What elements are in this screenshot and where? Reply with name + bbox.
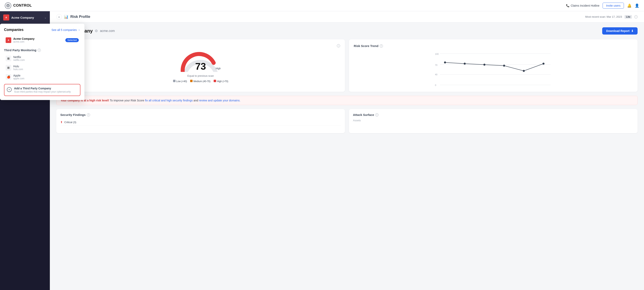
legend-low: Low (<40) <box>173 80 187 83</box>
lite-badge: Lite <box>624 15 632 19</box>
legend-medium: Medium (40-70) <box>190 80 210 83</box>
scan-date: Most recent scan: Mar 17, 2023 <box>585 15 622 18</box>
third-party-item-hulu[interactable]: ⊞ Hulu hulu.com <box>4 63 80 72</box>
company-logo: A <box>3 14 9 20</box>
alert-text: To improve your Risk Score <box>110 99 145 102</box>
svg-text:40: 40 <box>435 73 437 76</box>
third-party-item-netflix[interactable]: ⊞ Netflix netflix.com <box>4 54 80 63</box>
bell-icon: 🔔 <box>627 3 632 8</box>
app-logo <box>5 2 11 9</box>
critical-icon: ⬆ <box>60 120 63 124</box>
security-findings-title: Security Findings i <box>60 113 341 116</box>
company-selector[interactable]: A Acme Company ⌄ <box>0 11 50 24</box>
alert-between: and <box>194 99 199 102</box>
user-menu-button[interactable]: 👤 <box>635 3 639 8</box>
svg-text:0: 0 <box>435 84 436 86</box>
arrow-icon: → <box>78 28 80 31</box>
review-domains-link[interactable]: review and update your domains. <box>199 99 240 102</box>
sidebar: A Acme Company ⌄ Companies See all 5 com… <box>0 11 50 290</box>
gauge-container: 73 High Equal to previous scan Low (<40)… <box>61 50 340 83</box>
third-party-section-title: Third Party Monitoring i <box>4 48 80 52</box>
company-dropdown: Companies See all 5 companies → A Acme C… <box>0 24 84 100</box>
apple-icon: 🍎 <box>6 74 11 80</box>
company-item-domain: acme.com <box>13 40 34 43</box>
page-domain: acme.com <box>100 29 115 33</box>
attack-surface-content: Assets <box>353 119 634 122</box>
user-icon: 👤 <box>635 3 639 8</box>
hulu-name: Hulu <box>13 65 23 68</box>
brand-name: CONTROL <box>13 3 32 8</box>
bottom-cards-row: Security Findings i ⬆ Critical (3) Attac… <box>56 109 638 133</box>
claims-hotline: 📞 Claims Incident Hotline <box>566 4 600 7</box>
page-title-row: Acme Company ⚙ acme.com Download Report … <box>56 27 638 34</box>
chart-container: 0 40 70 100 <box>354 51 633 87</box>
apple-name: Apple <box>13 74 24 77</box>
apple-domain: apple.com <box>13 77 24 80</box>
attack-surface-info-icon[interactable]: i <box>375 113 378 116</box>
chevron-down-icon: ⌄ <box>44 16 47 19</box>
risk-score-card: Risk Score i 73 High <box>56 39 345 92</box>
fix-findings-link[interactable]: fix all critical and high security findi… <box>145 99 192 102</box>
hulu-details: Hulu hulu.com <box>13 65 23 71</box>
add-third-party-desc: Scan third parties that may impact your … <box>14 90 71 93</box>
selected-badge: Selected <box>65 38 79 42</box>
top-nav: CONTROL 📞 Claims Incident Hotline Invite… <box>0 0 644 11</box>
hulu-domain: hulu.com <box>13 68 23 71</box>
cards-row: Risk Score i 73 High <box>56 39 638 92</box>
nav-left: CONTROL <box>5 2 32 9</box>
netflix-icon: ⊞ <box>6 56 11 61</box>
netflix-name: Netflix <box>13 55 25 59</box>
download-report-button[interactable]: Download Report ⬇ <box>602 27 638 34</box>
gauge-legend: Low (<40) Medium (40-70) High (>70) <box>173 80 228 83</box>
selected-company-name: Acme Company <box>11 16 34 19</box>
svg-text:70: 70 <box>435 64 437 66</box>
critical-finding-item: ⬆ Critical (3) <box>60 119 341 126</box>
trend-info-icon[interactable]: i <box>380 44 383 48</box>
sub-header-left: « 📊 Risk Profile <box>56 14 90 20</box>
page-content: Acme Company ⚙ acme.com Download Report … <box>50 22 644 138</box>
svg-point-15 <box>523 70 525 72</box>
attack-surface-title: Attack Surface i <box>353 113 634 116</box>
risk-profile-icon: 📊 <box>64 15 68 19</box>
third-party-item-apple[interactable]: 🍎 Apple apple.com <box>4 72 80 81</box>
gauge-score: 73 <box>195 61 206 72</box>
nav-right: 📞 Claims Incident Hotline Invite users 🔔… <box>566 2 639 9</box>
risk-profile-title: Risk Profile <box>70 15 90 19</box>
svg-point-11 <box>444 61 446 63</box>
settings-icon[interactable]: ⚙ <box>95 29 98 33</box>
gauge-label-high: High <box>216 67 221 70</box>
scan-info-icon[interactable]: i <box>634 15 638 18</box>
risk-trend-title: Risk Score Trend i <box>354 44 633 48</box>
company-item-left: A Acme Company acme.com <box>6 37 34 43</box>
attack-surface-card: Attack Surface i Assets <box>349 109 638 133</box>
company-selector-left: A Acme Company <box>3 14 34 20</box>
security-findings-card: Security Findings i ⬆ Critical (3) <box>56 109 345 133</box>
gauge-info-icon[interactable]: i <box>337 44 340 47</box>
risk-trend-card: Risk Score Trend i 0 40 70 100 <box>349 39 638 92</box>
gauge-wrap: 73 High <box>180 50 221 72</box>
company-item-acme[interactable]: A Acme Company acme.com Selected <box>4 35 80 45</box>
main-layout: A Acme Company ⌄ Companies See all 5 com… <box>0 11 644 290</box>
critical-finding-text: Critical (3) <box>64 121 76 124</box>
svg-point-14 <box>503 65 505 67</box>
svg-point-12 <box>464 63 466 65</box>
apple-details: Apple apple.com <box>13 74 24 80</box>
company-item-name: Acme Company <box>13 37 34 40</box>
third-party-info-icon[interactable]: i <box>38 49 41 52</box>
svg-point-16 <box>542 63 544 65</box>
download-icon: ⬇ <box>631 29 634 32</box>
phone-icon: 📞 <box>566 4 570 7</box>
notifications-button[interactable]: 🔔 <box>627 3 632 8</box>
add-icon: + <box>7 87 12 92</box>
company-item-details: Acme Company acme.com <box>13 37 34 43</box>
gauge-subtitle: Equal to previous scan <box>187 74 214 77</box>
main-content: « 📊 Risk Profile Most recent scan: Mar 1… <box>50 11 644 290</box>
svg-point-1 <box>8 5 9 6</box>
invite-users-button[interactable]: Invite users <box>602 2 624 9</box>
add-third-party-button[interactable]: + Add a Third Party Company Scan third p… <box>4 84 80 96</box>
see-all-companies-link[interactable]: See all 5 companies → <box>52 28 80 31</box>
security-findings-info-icon[interactable]: i <box>87 113 90 116</box>
sub-header-right: Most recent scan: Mar 17, 2023 Lite i <box>585 15 638 19</box>
svg-point-13 <box>484 64 486 66</box>
collapse-sidebar-button[interactable]: « <box>56 14 62 20</box>
